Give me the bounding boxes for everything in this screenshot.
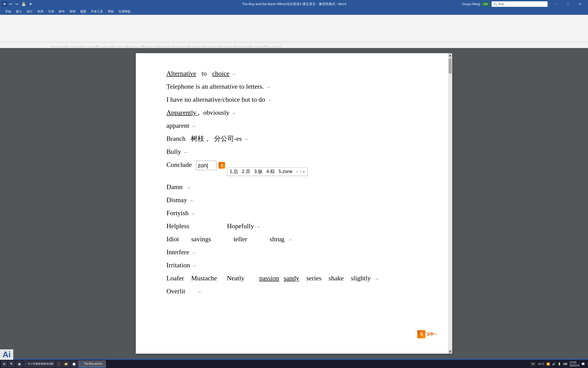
candidate-prev[interactable]: < bbox=[296, 170, 298, 174]
menu-review[interactable]: 审阅 bbox=[67, 8, 78, 15]
line-irritation: Irritation ← bbox=[166, 260, 422, 270]
line-bully: Bully ← bbox=[166, 147, 422, 157]
text-interfere: Interfere bbox=[166, 247, 189, 257]
candidate-5[interactable]: 5.zone bbox=[279, 169, 292, 174]
search-taskbar-icon: 🔍 bbox=[10, 362, 14, 366]
system-tray: 中 41°C 📶 🔊 🔋 ⌨ 13:552020/2/4 💬 bbox=[530, 361, 587, 367]
text-passion: passion bbox=[259, 273, 279, 283]
customize-quick-access-button[interactable]: ▼ bbox=[28, 2, 33, 7]
text-branch: Branch bbox=[166, 134, 189, 144]
taskview-button[interactable]: ▩ bbox=[16, 360, 23, 367]
text-fortyish: Fortyish bbox=[166, 208, 189, 218]
ime-tray-icon[interactable]: 中 bbox=[530, 362, 536, 366]
ruler bbox=[0, 43, 588, 48]
search-input[interactable] bbox=[498, 2, 546, 6]
explorer-button[interactable]: 📁 bbox=[62, 360, 70, 367]
text-loafer: Loafer bbox=[166, 273, 184, 283]
para-mark-3: ← bbox=[268, 97, 272, 104]
candidate-4[interactable]: 4.棕 bbox=[266, 169, 275, 174]
restore-button[interactable]: □ bbox=[562, 0, 574, 8]
menu-mailings[interactable]: 邮件 bbox=[57, 8, 67, 15]
line-apparent: apparent ← bbox=[166, 121, 422, 131]
document-container: Alternative to choice ← Telephone is an … bbox=[0, 48, 588, 359]
redo-button[interactable]: ↪ bbox=[14, 2, 19, 7]
candidate-2[interactable]: 2.宗 bbox=[242, 169, 250, 174]
menu-view[interactable]: 视图 bbox=[78, 8, 88, 15]
line-helpless-hopefully: Helpless Hopefully ← bbox=[166, 221, 422, 231]
text-branch-chinese: 树枝， 分公司-es bbox=[191, 134, 242, 144]
text-idiot: Idiot bbox=[166, 234, 179, 244]
line-damn: Damn ← bbox=[166, 182, 422, 192]
text-damn: Damn bbox=[166, 182, 183, 192]
para-mark-hopefully: ← bbox=[256, 223, 261, 230]
line-telephone: Telephone is an alternative to letters. … bbox=[166, 82, 422, 91]
candidate-next[interactable]: > bbox=[300, 170, 302, 174]
line-apparently: Apparently , obviously ← bbox=[166, 108, 422, 118]
save-button[interactable]: 💾 bbox=[20, 2, 27, 7]
menu-layout[interactable]: 布局 bbox=[35, 8, 45, 15]
sound-icon[interactable]: 🔊 bbox=[552, 362, 556, 366]
menu-help[interactable]: 帮助 bbox=[106, 8, 116, 15]
document-page[interactable]: Alternative to choice ← Telephone is an … bbox=[136, 53, 452, 354]
menu-home[interactable]: 开始 bbox=[3, 8, 13, 15]
text-sandy: sandy bbox=[284, 273, 299, 283]
edge-button[interactable]: e 中小学教师资格考试网 bbox=[23, 360, 55, 367]
clock[interactable]: 13:552020/2/4 bbox=[569, 361, 579, 367]
text-choice: choice bbox=[212, 68, 229, 78]
chrome-button[interactable]: ⬤ bbox=[70, 360, 78, 367]
candidate-1[interactable]: 1.总 bbox=[230, 169, 238, 174]
start-button[interactable]: ⊞ bbox=[1, 360, 7, 367]
para-mark-irritation: ← bbox=[192, 262, 197, 269]
ime-input-box[interactable]: zon| bbox=[196, 161, 216, 170]
scroll-up-button[interactable]: ▲ bbox=[448, 53, 452, 57]
undo-button[interactable]: ↩ bbox=[8, 2, 13, 7]
close-button[interactable]: ✕ bbox=[574, 0, 586, 8]
text-teller: teller bbox=[234, 234, 247, 244]
search-taskbar-button[interactable]: 🔍 bbox=[8, 360, 16, 367]
text-shake: shake bbox=[329, 273, 344, 283]
candidate-expand[interactable]: ▾ bbox=[303, 170, 305, 174]
scroll-thumb[interactable] bbox=[449, 58, 452, 74]
window-title: The-Boy-and-the-Bank-Officer综合英语1-课文原文 -… bbox=[242, 2, 346, 6]
menu-baidu[interactable]: 百度网盘 bbox=[116, 8, 133, 15]
word-taskbar-icon: W bbox=[80, 362, 83, 365]
text-telephone-sentence: Telephone is an alternative to letters. bbox=[166, 82, 264, 91]
line-branch: Branch 树枝， 分公司-es ← bbox=[166, 134, 422, 144]
keyboard-icon[interactable]: ⌨ bbox=[563, 362, 567, 366]
notification-icon[interactable]: 💬 bbox=[581, 362, 585, 366]
scroll-down-button[interactable]: ▼ bbox=[448, 350, 452, 354]
network-icon[interactable]: 📶 bbox=[546, 362, 550, 366]
candidate-bar[interactable]: 1.总 2.宗 3.纵 4.棕 5.zone < > bbox=[227, 167, 308, 176]
text-no-alternative: I have no alternative/choice but to do bbox=[166, 95, 265, 105]
sogou-taskbar-button[interactable]: S bbox=[56, 360, 62, 367]
text-shrug: shrug bbox=[270, 234, 285, 244]
para-mark-shrug: ← bbox=[288, 236, 293, 243]
para-mark-interfere: ← bbox=[192, 249, 196, 256]
word-taskbar-button[interactable]: W The-Boy-and-th... bbox=[78, 360, 106, 367]
menu-references[interactable]: 引用 bbox=[46, 8, 56, 15]
candidate-3[interactable]: 3.纵 bbox=[254, 169, 263, 174]
text-conclude: Conclude bbox=[166, 160, 192, 170]
menu-developer[interactable]: 开发工具 bbox=[89, 8, 105, 15]
explorer-icon: 📁 bbox=[64, 362, 68, 366]
ime-area[interactable]: zon| S 1.总 2.宗 3.纵 4.棕 bbox=[196, 160, 227, 170]
menu-insert[interactable]: 插入 bbox=[14, 8, 24, 15]
line-interfere: Interfere ← bbox=[166, 247, 422, 257]
chrome-icon: ⬤ bbox=[72, 362, 76, 366]
word-taskbar-label: The-Boy-and-th... bbox=[84, 362, 104, 365]
word-app-icon: W bbox=[2, 2, 7, 7]
title-bar: W ↩ ↪ 💾 ▼ The-Boy-and-the-Bank-Officer综合… bbox=[0, 0, 588, 8]
para-mark-overlit: ← bbox=[198, 289, 202, 295]
battery-icon: 🔋 bbox=[558, 362, 561, 366]
sogou-logo: S bbox=[417, 330, 425, 338]
sogou-corner-indicator: S S中~ bbox=[417, 330, 437, 338]
search-bar[interactable]: 🔍 bbox=[492, 1, 548, 7]
text-hopefully: Hopefully bbox=[227, 221, 254, 231]
ribbon bbox=[0, 15, 588, 43]
minimize-button[interactable]: − bbox=[550, 0, 561, 8]
menu-design[interactable]: 设计 bbox=[24, 8, 35, 15]
scrollbar[interactable]: ▲ ▼ bbox=[448, 53, 452, 354]
text-damn-arrow: ← bbox=[187, 184, 191, 191]
edge-icon: e bbox=[25, 362, 27, 365]
line-dismay: Dismay ← bbox=[166, 195, 422, 205]
